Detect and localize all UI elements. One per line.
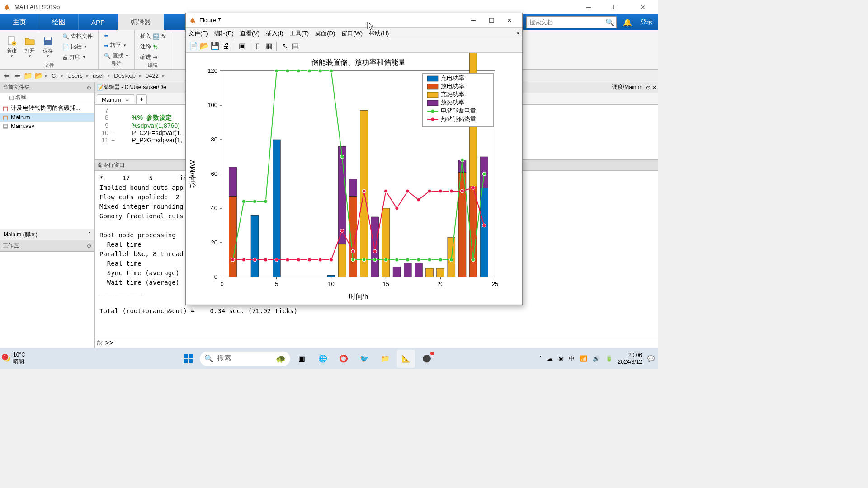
- panel-menu-icon[interactable]: ⊙ ✕: [646, 84, 656, 91]
- maximize-button[interactable]: ☐: [608, 2, 624, 13]
- taskview-icon[interactable]: ▣: [293, 350, 311, 368]
- add-tab-button[interactable]: +: [136, 94, 147, 104]
- svg-rect-111: [427, 84, 438, 89]
- panel-menu-icon[interactable]: ⊙: [87, 84, 91, 91]
- expand-icon[interactable]: ˆ: [89, 232, 90, 238]
- wifi-icon[interactable]: 📶: [580, 355, 587, 362]
- edge-icon[interactable]: 🌐: [314, 350, 332, 368]
- svg-point-67: [307, 69, 311, 73]
- close-button[interactable]: ✕: [635, 2, 651, 13]
- svg-text:0: 0: [220, 281, 223, 287]
- search-docs-input[interactable]: [529, 19, 605, 26]
- matlab-taskbar-icon[interactable]: 📐: [397, 350, 415, 368]
- menu-help[interactable]: 帮助(H): [369, 29, 389, 38]
- comment-button[interactable]: 注释 %: [138, 42, 167, 52]
- fig-maximize-button[interactable]: ☐: [482, 17, 500, 24]
- tab-plots[interactable]: 绘图: [39, 14, 79, 30]
- menu-tools[interactable]: 工具(T): [290, 29, 309, 38]
- onedrive-icon[interactable]: ☁: [547, 355, 553, 362]
- taskbar-search[interactable]: 🔍搜索🐢: [200, 352, 290, 366]
- explorer-icon[interactable]: 📁: [376, 350, 394, 368]
- figure-window[interactable]: Figure 7 ─ ☐ ✕ 文件(F) 编辑(E) 查看(V) 插入(I) 工…: [185, 13, 523, 305]
- crumb[interactable]: 0422: [144, 72, 160, 79]
- crumb[interactable]: user: [91, 72, 106, 79]
- fig-minimize-button[interactable]: ─: [464, 17, 482, 24]
- new-button[interactable]: +新建▼: [4, 35, 20, 59]
- search-docs-box[interactable]: 🔍: [526, 16, 617, 28]
- print-button[interactable]: 🖨打印▼: [61, 52, 94, 62]
- command-prompt[interactable]: fx>>: [95, 338, 658, 348]
- svg-point-77: [417, 258, 420, 262]
- nav-up-icon[interactable]: 📁: [24, 71, 33, 80]
- obs-icon[interactable]: ⚫: [418, 350, 436, 368]
- save-fig-icon[interactable]: 💾: [210, 41, 220, 51]
- tab-editor[interactable]: 编辑器: [118, 14, 164, 30]
- login-button[interactable]: 登录: [635, 14, 658, 30]
- menu-desktop[interactable]: 桌面(D): [315, 29, 335, 38]
- menu-window[interactable]: 窗口(W): [341, 29, 363, 38]
- save-button[interactable]: 保存▼: [40, 35, 56, 59]
- findfiles-button[interactable]: 🔍查找文件: [61, 32, 94, 41]
- goto-button[interactable]: ➡转至▼: [102, 41, 131, 50]
- file-item[interactable]: ▤Main.m: [0, 113, 94, 122]
- fig-close-button[interactable]: ✕: [500, 17, 519, 24]
- svg-point-97: [373, 249, 377, 253]
- file-item[interactable]: ▤计及电转气协同的含碳捕...: [0, 103, 94, 113]
- plot-axes[interactable]: 储能装置储、放功率和储能量0204060801001200510152025时间…: [186, 53, 522, 304]
- new-fig-icon[interactable]: 📄: [189, 41, 198, 51]
- tab-home[interactable]: 主页: [0, 14, 39, 30]
- back-button[interactable]: ⬅: [102, 32, 131, 40]
- clock[interactable]: 20:062024/3/12: [618, 352, 642, 365]
- app-icon[interactable]: 🐦: [355, 350, 373, 368]
- tab-apps[interactable]: APP: [79, 14, 118, 30]
- print-fig-icon[interactable]: 🖨: [221, 41, 231, 51]
- insert-legend-icon[interactable]: ▤: [290, 41, 300, 51]
- nav-browse-icon[interactable]: 📂: [34, 71, 43, 80]
- search-icon[interactable]: 🔍: [605, 18, 614, 27]
- weather-widget[interactable]: 🌙1 10°C晴朗: [4, 352, 25, 366]
- insert-button[interactable]: 插入 🔜 fx: [138, 32, 167, 41]
- svg-text:时间/h: 时间/h: [349, 292, 368, 300]
- svg-rect-124: [189, 354, 193, 358]
- start-button[interactable]: [179, 350, 197, 368]
- svg-text:热储能储热量: 热储能储热量: [441, 115, 476, 122]
- crumb[interactable]: C:: [50, 72, 59, 79]
- svg-point-91: [307, 258, 311, 262]
- pointer-icon[interactable]: ↖: [279, 41, 289, 51]
- nav-fwd-icon[interactable]: ➡: [13, 71, 22, 80]
- menu-edit[interactable]: 编辑(E): [214, 29, 234, 38]
- notifications-icon[interactable]: 💬: [647, 355, 655, 362]
- svg-point-118: [431, 110, 434, 113]
- open-fig-icon[interactable]: 📂: [199, 41, 209, 51]
- svg-rect-49: [415, 263, 422, 277]
- name-column[interactable]: 名称: [15, 94, 26, 101]
- tray-overflow-icon[interactable]: ˆ: [539, 355, 541, 362]
- find-button[interactable]: 🔍查找▼: [102, 51, 131, 61]
- open-button[interactable]: 打开▼: [22, 35, 38, 59]
- menu-view[interactable]: 查看(V): [240, 29, 259, 38]
- close-tab-icon[interactable]: ✕: [125, 97, 129, 103]
- crumb[interactable]: Desktop: [112, 72, 137, 79]
- menu-insert[interactable]: 插入(I): [266, 29, 283, 38]
- notification-bell-icon[interactable]: 🔔: [620, 14, 635, 30]
- rotate-icon[interactable]: ▯: [253, 41, 263, 51]
- indent-button[interactable]: 缩进 ⇥: [138, 52, 167, 62]
- datacursor-icon[interactable]: ▦: [264, 41, 274, 51]
- figure-title: Figure 7: [199, 17, 464, 23]
- minimize-button[interactable]: ─: [580, 2, 597, 13]
- ime-icon[interactable]: 中: [569, 355, 575, 363]
- location-icon[interactable]: ◉: [558, 355, 563, 362]
- compare-button[interactable]: 📄比较▼: [61, 42, 94, 52]
- file-item[interactable]: ▤Main.asv: [0, 122, 94, 130]
- panel-menu-icon[interactable]: ⊙: [87, 243, 91, 249]
- file-tab[interactable]: Main.m✕: [97, 94, 134, 104]
- figure-titlebar[interactable]: Figure 7 ─ ☐ ✕: [186, 13, 522, 28]
- battery-icon[interactable]: 🔋: [605, 355, 613, 362]
- dock-icon[interactable]: ▣: [237, 41, 247, 51]
- app-icon[interactable]: ⭕: [335, 350, 353, 368]
- nav-back-icon[interactable]: ⬅: [2, 71, 11, 80]
- menu-more-icon[interactable]: ▾: [517, 30, 519, 36]
- volume-icon[interactable]: 🔊: [593, 355, 600, 362]
- crumb[interactable]: Users: [66, 72, 85, 79]
- menu-file[interactable]: 文件(F): [189, 29, 208, 38]
